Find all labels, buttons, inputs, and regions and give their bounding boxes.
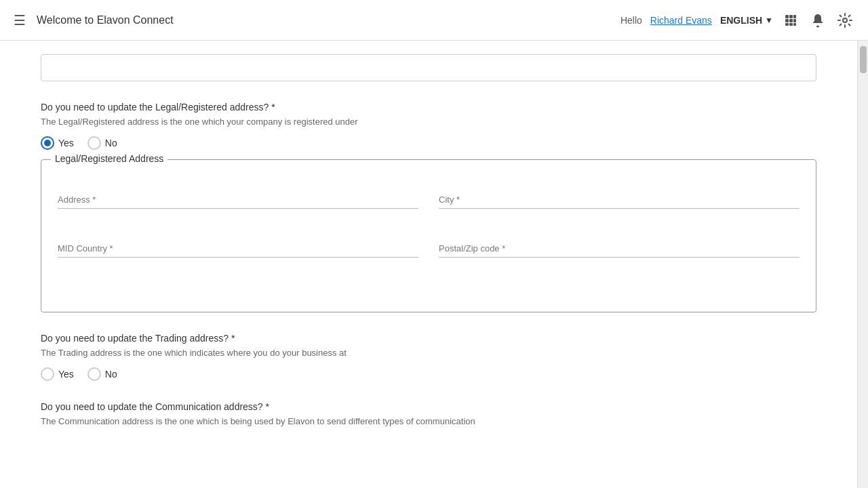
trading-no-radio-input[interactable] <box>87 367 101 381</box>
svg-rect-4 <box>789 19 793 22</box>
legal-postal-label: Postal/Zip code * <box>439 243 505 253</box>
apps-icon[interactable] <box>781 11 800 30</box>
content-area: Do you need to update the Legal/Register… <box>0 41 857 488</box>
legal-yes-radio[interactable]: Yes <box>41 136 74 150</box>
trading-radio-group: Yes No <box>41 367 816 381</box>
trading-yes-radio-input[interactable] <box>41 367 54 381</box>
legal-city-label: City * <box>439 195 460 205</box>
header-title: Welcome to Elavon Connect <box>37 14 174 26</box>
legal-city-input[interactable] <box>439 187 800 209</box>
top-partial-form-box <box>41 54 816 81</box>
legal-address-input[interactable] <box>58 187 418 209</box>
language-selector[interactable]: ENGLISH ▼ <box>720 15 773 26</box>
trading-address-question-section: Do you need to update the Trading addres… <box>41 333 816 381</box>
legal-address-field: Address * <box>58 187 418 209</box>
legal-no-label: No <box>105 138 117 148</box>
trading-question-label: Do you need to update the Trading addres… <box>41 333 816 344</box>
legal-address-label: Address * <box>58 195 96 205</box>
legal-no-radio-input[interactable] <box>87 136 101 150</box>
legal-city-field: City * <box>439 187 800 209</box>
svg-rect-2 <box>793 15 796 18</box>
svg-rect-6 <box>785 23 789 26</box>
legal-yes-radio-input[interactable] <box>41 136 54 150</box>
legal-yes-label: Yes <box>58 138 74 148</box>
main-wrapper: Do you need to update the Legal/Register… <box>0 41 868 488</box>
legal-address-question-section: Do you need to update the Legal/Register… <box>41 102 816 312</box>
svg-rect-7 <box>789 23 793 26</box>
legal-address-row-2: MID Country * Postal/Zip code * <box>58 236 800 258</box>
legal-question-sublabel: The Legal/Registered address is the one … <box>41 117 816 127</box>
header-user-name[interactable]: Richard Evans <box>650 15 712 26</box>
trading-yes-label: Yes <box>58 369 74 380</box>
svg-rect-5 <box>793 19 796 22</box>
trading-yes-radio[interactable]: Yes <box>41 367 74 381</box>
legal-mid-country-field: MID Country * <box>58 236 418 258</box>
legal-radio-group: Yes No <box>41 136 816 150</box>
trading-no-radio[interactable]: No <box>87 367 117 381</box>
header-left: ☰ Welcome to Elavon Connect <box>14 12 174 28</box>
trading-no-label: No <box>105 369 117 380</box>
legal-mid-country-label: MID Country * <box>58 243 113 253</box>
header-right: Hello Richard Evans ENGLISH ▼ <box>620 11 854 30</box>
hamburger-icon[interactable]: ☰ <box>14 12 26 28</box>
trading-question-sublabel: The Trading address is the one which ind… <box>41 348 816 358</box>
settings-gear-icon[interactable] <box>835 11 854 30</box>
header-hello-text: Hello <box>620 15 642 26</box>
communication-question-label: Do you need to update the Communication … <box>41 401 816 412</box>
legal-question-label: Do you need to update the Legal/Register… <box>41 102 816 113</box>
header: ☰ Welcome to Elavon Connect Hello Richar… <box>0 0 868 41</box>
notification-bell-icon[interactable] <box>808 11 827 30</box>
chevron-down-icon: ▼ <box>765 16 773 25</box>
legal-postal-field: Postal/Zip code * <box>439 236 800 258</box>
scrollbar-thumb[interactable] <box>860 46 867 73</box>
language-label: ENGLISH <box>720 15 762 26</box>
communication-address-question-section: Do you need to update the Communication … <box>41 401 816 426</box>
legal-address-row-1: Address * City * <box>58 187 800 209</box>
legal-address-fieldset: Legal/Registered Address Address * City … <box>41 159 816 312</box>
legal-no-radio[interactable]: No <box>87 136 117 150</box>
scrollbar-track[interactable] <box>857 41 868 488</box>
svg-point-9 <box>816 25 819 27</box>
svg-rect-3 <box>785 19 789 22</box>
svg-point-10 <box>843 18 847 22</box>
svg-rect-1 <box>789 15 793 18</box>
communication-question-sublabel: The Communication address is the one whi… <box>41 416 816 426</box>
svg-rect-8 <box>793 23 796 26</box>
legal-address-legend: Legal/Registered Address <box>51 153 167 164</box>
svg-rect-0 <box>785 15 789 18</box>
